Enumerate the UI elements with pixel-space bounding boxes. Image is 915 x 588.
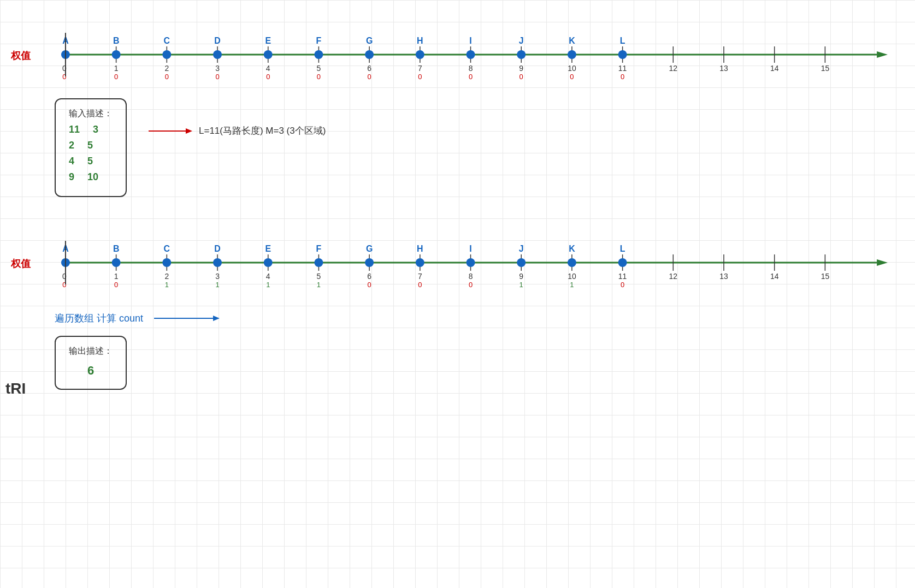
- svg-text:I: I: [469, 244, 471, 253]
- svg-text:0: 0: [418, 73, 422, 81]
- svg-text:8: 8: [469, 64, 473, 73]
- svg-point-20: [213, 50, 222, 59]
- svg-text:0: 0: [165, 73, 169, 81]
- svg-text:7: 7: [418, 64, 422, 73]
- red-arrow-icon: [149, 126, 192, 136]
- svg-point-50: [517, 50, 526, 59]
- svg-text:4: 4: [266, 64, 270, 73]
- section-input: 输入描述： 11 3 2 5 4 5 9 10: [0, 98, 915, 197]
- svg-text:3: 3: [215, 64, 220, 73]
- svg-text:1: 1: [165, 281, 169, 289]
- page-container: 权值 0 0 A 1 0: [0, 0, 915, 588]
- output-title: 输出描述：: [69, 346, 113, 357]
- svg-text:L: L: [620, 36, 625, 45]
- svg-text:12: 12: [669, 272, 678, 281]
- svg-text:5: 5: [317, 272, 321, 281]
- svg-point-128: [568, 258, 576, 267]
- svg-text:14: 14: [770, 64, 779, 73]
- svg-point-133: [618, 258, 627, 267]
- annotation-area: L=11(马路长度) M=3 (3个区域): [149, 98, 326, 137]
- svg-text:0: 0: [114, 73, 118, 81]
- input-row-1: 11 3: [69, 124, 113, 135]
- svg-text:10: 10: [568, 272, 576, 281]
- svg-text:0: 0: [621, 73, 624, 81]
- svg-text:H: H: [417, 244, 423, 253]
- svg-text:0: 0: [570, 73, 574, 81]
- svg-text:15: 15: [821, 64, 830, 73]
- svg-text:0: 0: [469, 73, 473, 81]
- svg-point-40: [416, 50, 424, 59]
- svg-point-108: [365, 258, 374, 267]
- number-line-1-wrapper: 权值 0 0 A 1 0: [55, 22, 893, 87]
- svg-marker-72: [186, 128, 192, 134]
- output-description-box: 输出描述： 6: [55, 336, 127, 390]
- svg-text:6: 6: [367, 272, 371, 281]
- input-r4-c2: 10: [87, 171, 98, 183]
- svg-marker-145: [213, 316, 220, 321]
- input-description-box: 输入描述： 11 3 2 5 4 5 9 10: [55, 98, 127, 197]
- svg-text:0: 0: [368, 281, 371, 289]
- svg-text:10: 10: [568, 64, 576, 73]
- svg-text:0: 0: [317, 73, 321, 81]
- svg-text:1: 1: [215, 281, 219, 289]
- svg-text:13: 13: [719, 64, 728, 73]
- input-r2-c1: 2: [69, 140, 74, 151]
- svg-text:0: 0: [520, 73, 523, 81]
- svg-point-10: [112, 50, 121, 59]
- svg-point-113: [416, 258, 424, 267]
- svg-text:12: 12: [669, 64, 678, 73]
- svg-point-123: [517, 258, 526, 267]
- svg-text:D: D: [214, 36, 221, 45]
- number-line-1-svg: 0 0 A 1 0 B 2 0 C: [55, 22, 893, 87]
- svg-text:4: 4: [266, 272, 270, 281]
- svg-text:15: 15: [821, 272, 830, 281]
- axis-label-1: 权值: [11, 49, 31, 62]
- svg-text:H: H: [417, 36, 423, 45]
- svg-text:0: 0: [621, 281, 624, 289]
- svg-text:1: 1: [266, 281, 270, 289]
- svg-text:0: 0: [418, 281, 422, 289]
- svg-marker-74: [877, 259, 888, 266]
- svg-text:1: 1: [520, 281, 523, 289]
- svg-text:F: F: [316, 36, 322, 45]
- output-box-section: 输出描述： 6: [55, 336, 915, 390]
- svg-text:11: 11: [618, 64, 627, 73]
- svg-text:1: 1: [317, 281, 321, 289]
- svg-text:1: 1: [114, 272, 119, 281]
- svg-text:7: 7: [418, 272, 422, 281]
- svg-text:E: E: [265, 36, 271, 45]
- svg-point-60: [618, 50, 627, 59]
- svg-point-83: [112, 258, 121, 267]
- output-value: 6: [69, 361, 113, 380]
- svg-text:9: 9: [519, 64, 523, 73]
- svg-text:0: 0: [215, 73, 219, 81]
- svg-point-30: [314, 50, 323, 59]
- annotation-text: L=11(马路长度) M=3 (3个区域): [199, 124, 326, 137]
- svg-text:0: 0: [114, 281, 118, 289]
- svg-text:C: C: [164, 244, 170, 253]
- svg-text:J: J: [519, 36, 524, 45]
- input-row-4: 9 10: [69, 171, 113, 183]
- svg-text:0: 0: [469, 281, 473, 289]
- svg-text:K: K: [569, 244, 575, 253]
- svg-text:9: 9: [519, 272, 523, 281]
- svg-text:2: 2: [164, 272, 169, 281]
- input-r3-c1: 4: [69, 156, 74, 167]
- svg-text:11: 11: [618, 272, 627, 281]
- input-r1-c2: 3: [93, 124, 98, 135]
- svg-text:L: L: [620, 244, 625, 253]
- traverse-label: 遍历数组 计算 count: [55, 312, 143, 325]
- svg-text:G: G: [366, 36, 373, 45]
- svg-text:8: 8: [469, 272, 473, 281]
- svg-text:K: K: [569, 36, 575, 45]
- svg-text:1: 1: [114, 64, 119, 73]
- svg-point-45: [467, 50, 475, 59]
- traverse-arrow-icon: [154, 313, 220, 324]
- svg-text:1: 1: [570, 281, 574, 289]
- svg-point-88: [162, 258, 171, 267]
- svg-text:J: J: [519, 244, 524, 253]
- input-r3-c2: 5: [87, 156, 93, 167]
- svg-text:6: 6: [367, 64, 371, 73]
- svg-text:F: F: [316, 244, 322, 253]
- svg-text:B: B: [113, 36, 120, 45]
